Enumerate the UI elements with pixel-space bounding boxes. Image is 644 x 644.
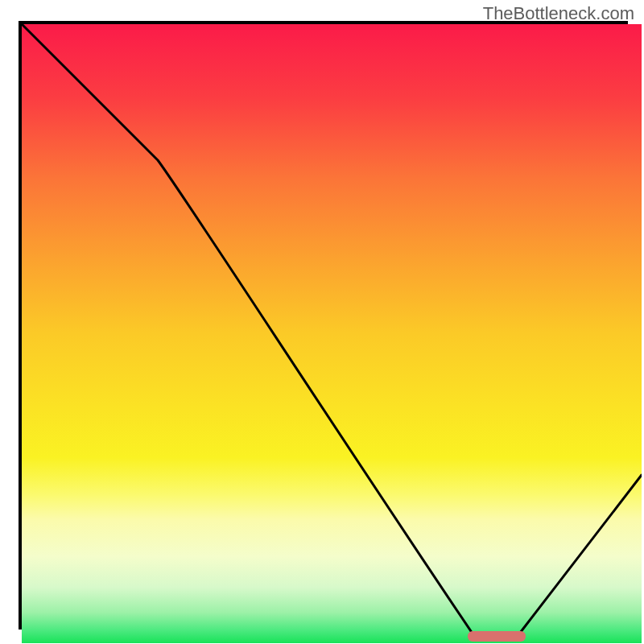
svg-rect-1 [468,631,526,642]
plot-area [22,24,642,643]
optimal-range-marker [22,24,642,643]
chart-container: TheBottleneck.com [0,0,644,644]
watermark-text: TheBottleneck.com [483,3,634,24]
